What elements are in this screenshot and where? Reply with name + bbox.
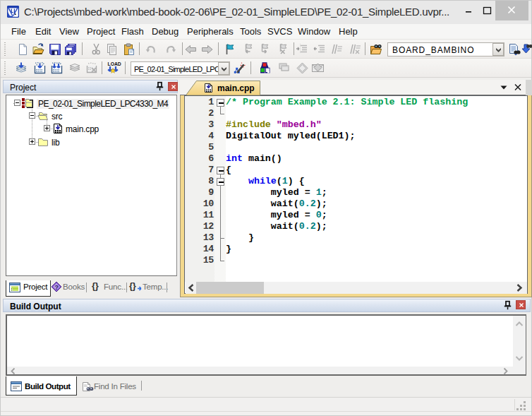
svg-text:LOAD: LOAD <box>108 61 121 66</box>
svg-text:?: ? <box>54 284 58 291</box>
